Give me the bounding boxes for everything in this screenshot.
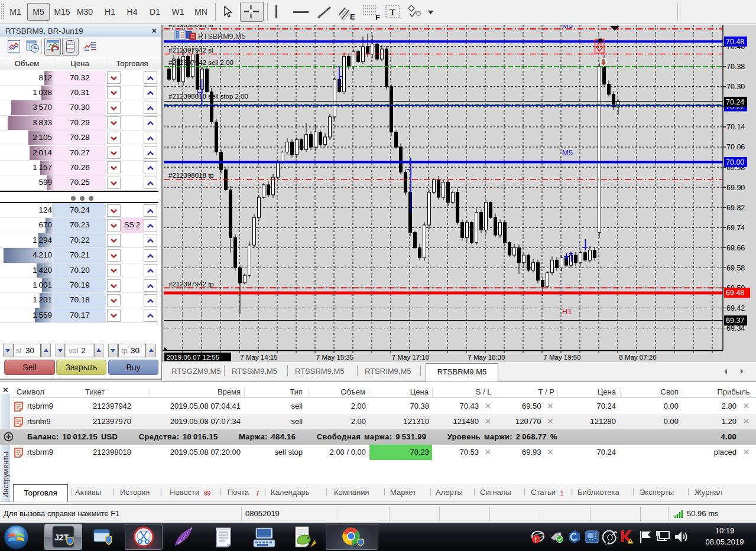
svg-text:69.42: 69.42 [726,304,745,312]
svg-text:#212398018 sl: #212398018 sl [168,25,213,28]
svg-text:69.90: 69.90 [726,184,745,192]
svg-text:M5: M5 [562,148,573,157]
svg-text:69.74: 69.74 [726,224,745,232]
svg-text:H1: H1 [562,307,572,316]
svg-text:69.82: 69.82 [726,204,745,212]
svg-text:69.48: 69.48 [726,289,744,297]
svg-text:70.38: 70.38 [726,63,745,71]
svg-text:8 May 07:20: 8 May 07:20 [619,354,656,361]
svg-text:70.24: 70.24 [726,98,744,106]
svg-text:70.06: 70.06 [726,143,745,151]
svg-text:#212397942 sell 2.00: #212397942 sell 2.00 [168,59,233,66]
svg-text:T: T [390,8,395,17]
svg-text:7 May 15:35: 7 May 15:35 [316,354,353,361]
svg-text:#212397942 sl: #212397942 sl [168,47,213,54]
svg-text:2019.05.07 12:55: 2019.05.07 12:55 [167,354,220,361]
svg-text:#212398018 sell stop 2.00: #212398018 sell stop 2.00 [168,93,248,100]
svg-text:F: F [375,13,380,21]
svg-text:!: ! [535,536,537,543]
svg-text:70.14: 70.14 [726,123,745,131]
svg-text:RTSBRM9,M5: RTSBRM9,M5 [198,32,245,41]
svg-text:E: E [350,12,355,21]
svg-text:7 May 14:15: 7 May 14:15 [240,354,277,361]
svg-text:#212397942 tp: #212397942 tp [168,281,214,288]
svg-text:69.37: 69.37 [726,317,744,325]
svg-text:7 May 18:30: 7 May 18:30 [468,354,505,361]
svg-text:70.00: 70.00 [726,158,744,167]
svg-text:70.30: 70.30 [726,83,745,91]
svg-text:M5: M5 [562,25,573,30]
svg-text:69.66: 69.66 [726,244,745,252]
svg-text:70.48: 70.48 [726,38,744,46]
svg-text:#212398018 tp: #212398018 tp [168,172,214,179]
svg-text:69.58: 69.58 [726,264,745,272]
svg-text:7 May 17:10: 7 May 17:10 [392,354,429,361]
svg-text:7 May 19:50: 7 May 19:50 [543,354,580,361]
